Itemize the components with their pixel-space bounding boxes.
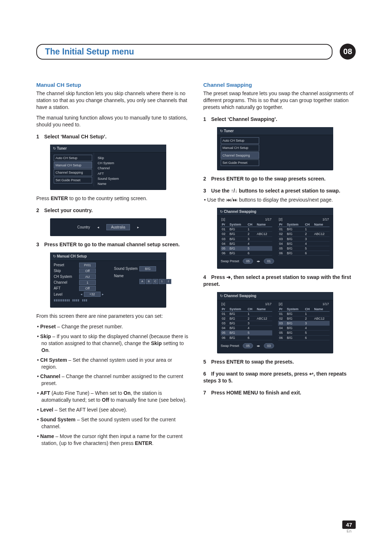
heading-manual-ch-setup: Manual CH Setup xyxy=(36,81,189,89)
form-value: 1 xyxy=(79,280,96,285)
param-item: Skip – If you want to skip the displayed… xyxy=(41,333,189,354)
step-7-right: 7 Press HOME MENU to finish and exit. xyxy=(203,389,356,396)
param-item: Sound System – Set the sound system used… xyxy=(41,416,189,430)
heading-channel-swapping: Channel Swapping xyxy=(203,81,356,89)
osd-manual-ch-setup: Manual CH Setup PresetPr01SkipOffCH Syst… xyxy=(50,252,166,308)
form-label: Level xyxy=(54,292,79,297)
param-item: AFT (Auto Fine Tune) – When set to On, t… xyxy=(41,390,189,404)
step-2-right: 2 Press ENTER to go to the swap presets … xyxy=(203,175,356,182)
form-label: Skip xyxy=(54,268,79,274)
arrow-right-icon: ▸ xyxy=(137,225,139,230)
name-char: C xyxy=(152,279,158,284)
form-value: Off xyxy=(79,286,96,291)
step-1-left: 1 Select ‘Manual CH Setup’. xyxy=(36,133,189,140)
param-item: Level – Set the AFT level (see above). xyxy=(41,406,189,413)
form-label: AFT xyxy=(54,286,79,291)
form-label: Preset xyxy=(54,263,79,268)
para-press-enter-country: Press ENTER to go to the country setting… xyxy=(36,195,189,202)
swap-chip-left: 05 xyxy=(243,343,253,348)
osd-tuner-menu-swap: Tuner Auto CH SetupManual CH SetupChanne… xyxy=(217,127,333,170)
menu-item: Auto CH Setup xyxy=(54,155,92,161)
osd-swap-table-1: Channel Swapping[1]1/17PrSystemCHName01B… xyxy=(217,208,333,269)
para-tuning-intro: The manual tuning function allows you to… xyxy=(36,114,189,128)
param-item: Preset – Change the preset number. xyxy=(41,323,189,330)
page-number: 47 xyxy=(342,520,356,529)
para-skip-intro: The channel skip function lets you skip … xyxy=(36,90,189,111)
osd-title: Manual CH Setup xyxy=(50,252,166,261)
osd-title: Channel Swapping xyxy=(217,208,333,216)
menu-item: Manual CH Setup xyxy=(221,145,259,151)
step-1-right: 1 Select ‘Channel Swapping’. xyxy=(203,116,356,123)
chapter-number-badge: 08 xyxy=(340,44,356,60)
left-column: Manual CH Setup The channel skip functio… xyxy=(36,81,189,450)
menu-item: Channel Swapping xyxy=(54,169,92,176)
form-value: AU xyxy=(79,274,96,279)
submenu-item: Name xyxy=(98,181,119,186)
osd-title: Tuner xyxy=(217,127,333,135)
arrow-left-icon: ◂ xyxy=(97,225,99,230)
value-sound-system: B/G xyxy=(139,266,156,271)
step-4-right: 4 Press ➔, then select a preset station … xyxy=(203,274,356,288)
form-label: Channel xyxy=(54,280,79,285)
submenu-item: Skip xyxy=(98,155,119,161)
form-value: +32 xyxy=(84,292,101,297)
label-name: Name xyxy=(114,274,139,279)
form-value: Pr01 xyxy=(79,263,96,268)
param-item: Channel – Change the channel number assi… xyxy=(41,373,189,387)
country-value: Australia xyxy=(106,224,130,231)
step-2-left: 2 Select your country. xyxy=(36,207,189,214)
step-5-right: 5 Press ENTER to swap the presets. xyxy=(203,358,356,365)
form-label: CH System xyxy=(54,274,79,279)
osd-title: Channel Swapping xyxy=(217,292,333,300)
arrow-left-icon: ◂ xyxy=(79,292,84,296)
swap-chip-left: 05 xyxy=(243,259,253,264)
step-6-right: 6 If you want to swap more presets, pres… xyxy=(203,370,356,384)
submenu-item: Sound System xyxy=(98,176,119,181)
menu-item: Manual CH Setup xyxy=(54,162,92,169)
form-value: Off xyxy=(79,268,96,274)
osd-decoration: ▮▮▮▮▮▮▮▮▮ ▮▮▮▮ ▮▮▮ xyxy=(50,297,166,304)
name-char: B xyxy=(146,279,152,284)
osd-tuner-menu: Tuner Auto CH SetupManual CH SetupChanne… xyxy=(50,145,166,190)
country-label: Country xyxy=(77,225,90,230)
submenu-item: Channel xyxy=(98,166,119,171)
step-3-right: 3 Use the ↑/↓ buttons to select a preset… xyxy=(203,187,356,194)
page-lang: En xyxy=(342,529,356,533)
next-track-icon: ⏭ xyxy=(233,197,238,203)
swap-arrows-icon: ◂▸ xyxy=(257,259,260,263)
name-char: 2 xyxy=(166,279,171,284)
menu-item: Set Guide Preset xyxy=(221,159,259,166)
submenu-item: CH System xyxy=(98,161,119,166)
name-boxes: ABC12 xyxy=(139,279,171,284)
name-char: A xyxy=(139,279,145,284)
param-list: Preset – Change the preset number.Skip –… xyxy=(36,323,189,446)
menu-item: Set Guide Preset xyxy=(54,177,92,183)
page-footer: 47 En xyxy=(342,520,356,533)
submenu-item: AFT xyxy=(98,171,119,176)
name-char: 1 xyxy=(159,279,165,284)
chapter-title: The Initial Setup menu xyxy=(36,44,332,60)
return-arrow-icon: ↩ xyxy=(309,371,314,377)
menu-item: Auto CH Setup xyxy=(221,137,259,144)
osd-title: Tuner xyxy=(50,145,166,153)
bullet-prev-next: Use the ⏮/⏭ buttons to display the previ… xyxy=(208,197,356,203)
swap-foot-label: Swap Preset xyxy=(221,344,239,348)
label-sound-system: Sound System xyxy=(114,266,139,271)
para-nine-params: From this screen there are nine paramete… xyxy=(36,313,189,320)
right-arrow-icon: ➔ xyxy=(226,274,231,280)
swap-foot-label: Swap Preset xyxy=(221,259,239,263)
chapter-header: The Initial Setup menu 08 xyxy=(36,44,356,60)
param-item: Name – Move the cursor right then input … xyxy=(41,433,189,447)
step-3-left: 3 Press ENTER to go to the manual channe… xyxy=(36,241,189,248)
swap-chip-right: 01 xyxy=(264,259,274,264)
param-item: CH System – Set the channel system used … xyxy=(41,357,189,370)
osd-country: Country ◂ Australia ▸ xyxy=(50,218,166,236)
prev-track-icon: ⏮ xyxy=(226,197,231,203)
arrow-right-icon: ▸ xyxy=(101,292,105,296)
swap-chip-right: 03 xyxy=(264,343,274,348)
para-swap-intro: The preset swap feature lets you swap th… xyxy=(203,90,356,111)
swap-arrows-icon: ◂▸ xyxy=(257,344,260,348)
osd-swap-table-2: Channel Swapping[1]1/17PrSystemCHName01B… xyxy=(217,292,333,353)
menu-item: Channel Swapping xyxy=(221,152,259,159)
right-column: Channel Swapping The preset swap feature… xyxy=(203,81,356,450)
